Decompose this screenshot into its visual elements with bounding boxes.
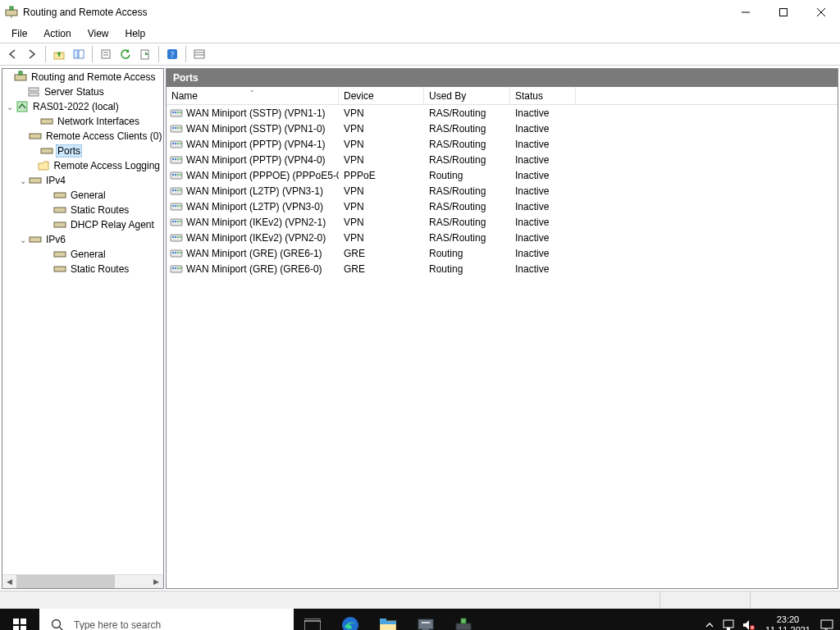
menu-view[interactable]: View <box>81 26 116 41</box>
server-icon <box>16 100 29 113</box>
tree-ipv4-static-routes[interactable]: Static Routes <box>2 203 163 217</box>
expand-toggle[interactable]: ⌄ <box>17 176 29 185</box>
search-placeholder: Type here to search <box>74 619 161 630</box>
svg-rect-68 <box>180 205 181 207</box>
list-item[interactable]: WAN Miniport (PPPOE) (PPPoE5-0)PPPoERout… <box>167 167 838 183</box>
port-icon <box>170 262 183 276</box>
forward-button[interactable] <box>23 45 41 63</box>
svg-rect-99 <box>380 621 396 624</box>
taskbar-explorer[interactable] <box>369 609 407 630</box>
svg-line-94 <box>60 628 64 631</box>
svg-rect-81 <box>175 252 176 253</box>
tree-remote-access-clients[interactable]: Remote Access Clients (0) <box>2 129 163 144</box>
tree-horizontal-scrollbar[interactable]: ◀ ▶ <box>2 574 163 588</box>
result-title: Ports <box>173 72 199 84</box>
system-tray: 23:20 11.11.2021 <box>700 609 840 630</box>
port-usedby: RAS/Routing <box>424 123 510 135</box>
list-item[interactable]: WAN Miniport (PPTP) (VPN4-1)VPNRAS/Routi… <box>167 136 838 152</box>
svg-rect-37 <box>177 112 179 113</box>
minimize-button[interactable] <box>727 0 765 25</box>
scroll-right-arrow[interactable]: ▶ <box>149 575 163 589</box>
taskbar-server-manager[interactable] <box>407 609 445 630</box>
taskbar-edge[interactable] <box>331 609 369 630</box>
clients-icon <box>29 130 42 143</box>
tray-network-icon[interactable] <box>719 609 739 630</box>
list-item[interactable]: WAN Miniport (L2TP) (VPN3-1)VPNRAS/Routi… <box>167 183 838 199</box>
menu-action[interactable]: Action <box>37 26 77 41</box>
svg-rect-29 <box>54 208 66 212</box>
tree-remote-access-logging[interactable]: Remote Access Logging <box>2 158 163 173</box>
tray-volume-icon[interactable] <box>739 609 759 630</box>
svg-rect-58 <box>180 174 181 176</box>
port-device: VPN <box>339 139 424 150</box>
back-button[interactable] <box>3 45 21 63</box>
menu-file[interactable]: File <box>5 26 34 41</box>
tree-ipv4[interactable]: ⌄ IPv4 <box>2 173 163 188</box>
port-status: Inactive <box>510 139 576 150</box>
start-button[interactable] <box>0 609 39 630</box>
show-hide-tree-button[interactable] <box>70 45 88 63</box>
expand-toggle[interactable]: ⌄ <box>17 235 29 244</box>
tree-network-interfaces[interactable]: Network Interfaces <box>2 114 163 129</box>
export-button[interactable] <box>136 45 154 63</box>
close-button[interactable] <box>802 0 840 25</box>
up-folder-button[interactable] <box>50 45 68 63</box>
port-name: WAN Miniport (PPTP) (VPN4-0) <box>186 154 326 166</box>
help-button[interactable]: ? <box>163 45 181 63</box>
scroll-track[interactable] <box>16 575 149 589</box>
list-item[interactable]: WAN Miniport (L2TP) (VPN3-0)VPNRAS/Routi… <box>167 199 838 214</box>
port-icon <box>170 185 183 198</box>
svg-rect-89 <box>13 619 19 624</box>
list-item[interactable]: WAN Miniport (SSTP) (VPN1-1)VPNRAS/Routi… <box>167 105 838 121</box>
port-device: VPN <box>339 154 424 166</box>
column-status[interactable]: Status <box>510 87 576 104</box>
scroll-thumb[interactable] <box>16 575 115 589</box>
properties-button[interactable] <box>97 45 115 63</box>
port-device: GRE <box>339 248 424 259</box>
list-item[interactable]: WAN Miniport (SSTP) (VPN1-0)VPNRAS/Routi… <box>167 121 838 136</box>
column-name[interactable]: Name⌄ <box>167 87 339 104</box>
list-item[interactable]: WAN Miniport (PPTP) (VPN4-0)VPNRAS/Routi… <box>167 152 838 167</box>
tree-ipv6-general[interactable]: General <box>2 247 163 262</box>
svg-rect-20 <box>19 71 22 75</box>
svg-rect-76 <box>175 236 176 238</box>
port-icon <box>170 216 183 229</box>
column-device[interactable]: Device <box>339 87 424 104</box>
scroll-left-arrow[interactable]: ◀ <box>2 575 16 589</box>
tray-clock[interactable]: 23:20 11.11.2021 <box>759 614 817 630</box>
tree-server-status[interactable]: Server Status <box>2 84 163 99</box>
taskbar-rras[interactable] <box>445 609 482 630</box>
port-status: Inactive <box>510 201 576 212</box>
port-usedby: RAS/Routing <box>424 217 510 228</box>
tree-root[interactable]: Routing and Remote Access <box>2 70 163 84</box>
tray-chevron-icon[interactable] <box>700 609 719 630</box>
tree-ipv6[interactable]: ⌄ IPv6 <box>2 232 163 247</box>
refresh-button[interactable] <box>116 45 135 63</box>
tree-server[interactable]: ⌄ RAS01-2022 (local) <box>2 99 163 114</box>
list-item[interactable]: WAN Miniport (IKEv2) (VPN2-1)VPNRAS/Rout… <box>167 214 838 230</box>
tree-ports[interactable]: Ports <box>2 144 163 158</box>
port-status: Inactive <box>510 217 576 228</box>
tree-ipv4-dhcp-relay[interactable]: DHCP Relay Agent <box>2 217 163 232</box>
tray-notifications-icon[interactable] <box>817 609 837 630</box>
svg-rect-4 <box>780 9 788 16</box>
details-view-button[interactable] <box>190 45 208 63</box>
menu-help[interactable]: Help <box>119 26 153 41</box>
expand-toggle[interactable]: ⌄ <box>4 103 16 112</box>
console-tree[interactable]: Routing and Remote Access Server Status … <box>2 69 163 574</box>
list-item[interactable]: WAN Miniport (GRE) (GRE6-0)GRERoutingIna… <box>167 261 838 276</box>
column-usedby[interactable]: Used By <box>424 87 510 104</box>
svg-rect-41 <box>175 127 176 129</box>
taskbar-search[interactable]: Type here to search <box>39 609 294 630</box>
port-name: WAN Miniport (IKEv2) (VPN2-1) <box>186 217 326 228</box>
tree-ipv4-general[interactable]: General <box>2 188 163 203</box>
list-item[interactable]: WAN Miniport (IKEv2) (VPN2-0)VPNRAS/Rout… <box>167 230 838 245</box>
static-routes-icon <box>53 203 66 217</box>
list-item[interactable]: WAN Miniport (GRE) (GRE6-1)GRERoutingIna… <box>167 245 838 261</box>
tree-ipv6-static-routes[interactable]: Static Routes <box>2 262 163 276</box>
port-name: WAN Miniport (IKEv2) (VPN2-0) <box>186 232 326 244</box>
maximize-button[interactable] <box>765 0 802 25</box>
task-view-button[interactable] <box>294 609 331 630</box>
ports-list[interactable]: WAN Miniport (SSTP) (VPN1-1)VPNRAS/Routi… <box>167 105 838 588</box>
svg-text:?: ? <box>171 50 175 59</box>
